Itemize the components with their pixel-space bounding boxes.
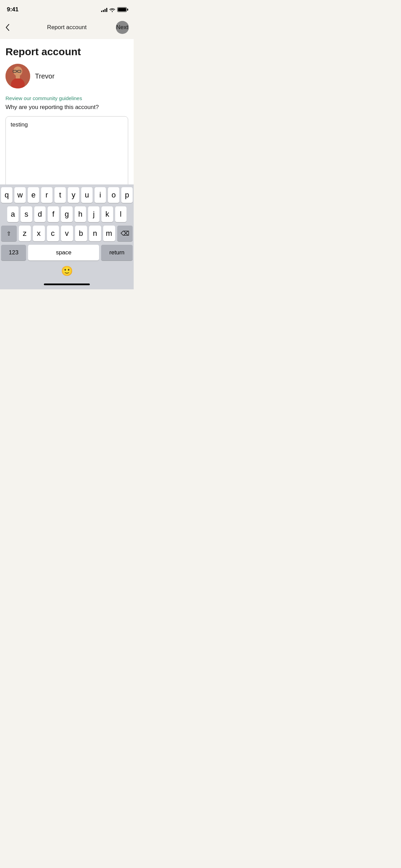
back-button[interactable] xyxy=(5,20,21,35)
space-key[interactable]: space xyxy=(28,245,99,261)
key-z[interactable]: z xyxy=(19,226,31,241)
page-title: Report account xyxy=(5,46,128,58)
key-e[interactable]: e xyxy=(28,187,39,203)
key-g[interactable]: g xyxy=(61,206,72,222)
avatar-image xyxy=(5,64,30,88)
return-key[interactable]: return xyxy=(101,245,133,261)
status-icons xyxy=(101,7,127,12)
key-o[interactable]: o xyxy=(108,187,119,203)
key-d[interactable]: d xyxy=(34,206,46,222)
battery-icon xyxy=(117,7,127,12)
home-indicator xyxy=(44,284,90,285)
key-f[interactable]: f xyxy=(48,206,59,222)
key-t[interactable]: t xyxy=(54,187,66,203)
keyboard-row-4: 123 space return xyxy=(1,245,133,261)
key-i[interactable]: i xyxy=(95,187,106,203)
text-area-wrapper[interactable]: testing xyxy=(5,116,128,190)
key-p[interactable]: p xyxy=(121,187,133,203)
report-question: Why are you reporting this account? xyxy=(5,103,128,111)
key-y[interactable]: y xyxy=(68,187,79,203)
key-q[interactable]: q xyxy=(1,187,12,203)
keyboard-row-2: a s d f g h j k l xyxy=(1,206,133,222)
nav-title: Report account xyxy=(47,24,86,31)
emoji-button[interactable]: 🙂 xyxy=(61,265,73,277)
key-r[interactable]: r xyxy=(41,187,52,203)
keyboard: q w e r t y u i o p a s d f g h j k l ⇧ … xyxy=(0,184,134,289)
community-guidelines-link[interactable]: Review our community guidelines xyxy=(5,95,128,101)
next-button-label: Next xyxy=(116,24,128,31)
shift-key[interactable]: ⇧ xyxy=(1,226,17,241)
status-bar: 9:41 xyxy=(0,0,134,17)
delete-key[interactable]: ⌫ xyxy=(117,226,133,241)
key-s[interactable]: s xyxy=(21,206,32,222)
key-u[interactable]: u xyxy=(81,187,93,203)
key-h[interactable]: h xyxy=(75,206,86,222)
key-n[interactable]: n xyxy=(89,226,101,241)
user-row: Trevor xyxy=(5,64,128,88)
next-button[interactable]: Next xyxy=(113,20,128,35)
key-c[interactable]: c xyxy=(47,226,59,241)
svg-rect-6 xyxy=(16,75,20,79)
status-time: 9:41 xyxy=(7,6,19,13)
user-name: Trevor xyxy=(35,72,54,80)
numbers-key[interactable]: 123 xyxy=(1,245,26,261)
signal-icon xyxy=(101,7,107,12)
nav-bar: Report account Next xyxy=(0,17,134,39)
keyboard-row-1: q w e r t y u i o p xyxy=(1,187,133,203)
key-x[interactable]: x xyxy=(33,226,45,241)
key-w[interactable]: w xyxy=(14,187,26,203)
key-l[interactable]: l xyxy=(115,206,126,222)
wifi-icon xyxy=(109,8,115,12)
key-a[interactable]: a xyxy=(7,206,19,222)
key-b[interactable]: b xyxy=(75,226,87,241)
key-m[interactable]: m xyxy=(103,226,115,241)
main-content: Report account Trevor Review our communi… xyxy=(0,39,134,204)
key-k[interactable]: k xyxy=(101,206,113,222)
key-j[interactable]: j xyxy=(88,206,99,222)
report-textarea[interactable]: testing xyxy=(11,121,123,183)
avatar xyxy=(5,64,30,88)
keyboard-row-3: ⇧ z x c v b n m ⌫ xyxy=(1,226,133,241)
key-v[interactable]: v xyxy=(61,226,73,241)
emoji-bar: 🙂 xyxy=(1,263,133,284)
